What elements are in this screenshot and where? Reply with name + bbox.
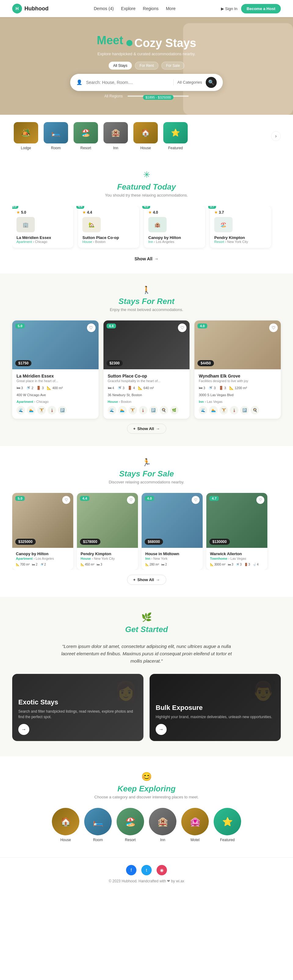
- sale-type-loc-2: House › New York City: [81, 557, 134, 560]
- rent-stat-beds-3: 🛏3: [199, 386, 205, 390]
- amenity-wifi-1[interactable]: 🌊: [16, 406, 25, 414]
- amenity-park-3[interactable]: 🅿️: [240, 406, 249, 414]
- rent-stats-2: 🛏4 🚿3 🚪4 📐640 m²: [108, 386, 186, 390]
- rent-heart-1[interactable]: ♡: [87, 323, 96, 332]
- explore-room[interactable]: 🛏️ Room: [84, 808, 112, 842]
- sale-body-3: House in Midtown Inn › New York 📐280 m² …: [142, 548, 203, 570]
- sale-badge-4: 4.7: [209, 496, 219, 501]
- nav-regions[interactable]: Regions: [143, 6, 158, 11]
- nav-demos[interactable]: Demos (4): [94, 6, 113, 11]
- sale-price-2: $178000: [80, 539, 100, 545]
- feat-rating-4: ★ 3.7: [214, 210, 267, 215]
- region-label[interactable]: All Regions: [104, 94, 123, 98]
- sale-badge-2: 4.4: [80, 496, 89, 501]
- search-input[interactable]: [86, 80, 170, 85]
- keep-exploring-icon: 😊: [12, 772, 281, 782]
- get-started-title: Get Started: [12, 625, 281, 634]
- featured-card-2[interactable]: 4.4 ★ 4.4 🏡 Sutton Place Co-op House › B…: [78, 206, 139, 248]
- category-house[interactable]: 🏠 House: [132, 122, 159, 150]
- signin-button[interactable]: ▶ Sign In: [221, 6, 237, 11]
- categories-next-button[interactable]: ›: [271, 131, 281, 141]
- gs-card-bulk-title: Bulk Exposure: [156, 704, 272, 712]
- get-started-quote: "Lorem ipsum dolor sit amet, consectetur…: [55, 643, 238, 665]
- explore-featured[interactable]: ⭐ Featured: [213, 808, 241, 842]
- featured-card-3[interactable]: 4.0 ★ 4.0 🏨 Canopy by Hilton Inn › Los A…: [144, 206, 205, 248]
- sale-heart-3[interactable]: ♡: [192, 496, 200, 504]
- feat-star-4: ★: [214, 210, 218, 215]
- feat-name-3: Canopy by Hilton: [148, 235, 201, 240]
- instagram-icon[interactable]: ◉: [156, 865, 167, 875]
- gs-exotic-arrow-button[interactable]: →: [18, 724, 29, 735]
- amenity-gym-1[interactable]: 🏋️: [37, 406, 46, 414]
- amenity-garden-2[interactable]: 🌿: [170, 406, 178, 414]
- category-resort[interactable]: 🏖️ Resort: [72, 122, 99, 150]
- become-host-button[interactable]: Become a Host: [241, 4, 281, 13]
- amenity-kitchen-2[interactable]: 🍳: [159, 406, 168, 414]
- sale-body-4: Warwick Allerton Townhome › Las Vegas 📐3…: [206, 548, 268, 570]
- twitter-icon[interactable]: t: [141, 865, 152, 875]
- featured-today-icon: ✳: [12, 170, 281, 180]
- sale-type-loc-1: Apartment › Los Angeles: [16, 557, 70, 560]
- rent-stats-3: 🛏3 🚿3 🚪3 📐1200 m²: [199, 386, 277, 390]
- rent-desc-1: Great place in the heart of...: [16, 379, 94, 383]
- amenity-pool-2[interactable]: 🏊: [118, 406, 127, 414]
- filter-for-sale[interactable]: For Sale: [161, 62, 184, 70]
- category-inn[interactable]: 🏨 Inn: [102, 122, 129, 150]
- filter-all-stays[interactable]: All Stays: [109, 62, 132, 70]
- gs-card-bulk-desc: Highlight your brand, maximize deliverab…: [156, 714, 272, 720]
- gs-person-icon: 👩: [115, 680, 137, 702]
- rent-heart-2[interactable]: ♡: [178, 323, 186, 332]
- category-room-image: 🛏️: [44, 122, 68, 143]
- stays-for-sale-section: 🏃 Stays For Sale Discover relaxing accom…: [0, 446, 293, 597]
- search-button[interactable]: 🔍: [206, 77, 217, 88]
- explore-motel[interactable]: 🏩 Motel: [181, 808, 209, 842]
- logo[interactable]: H Hubhood: [12, 4, 49, 13]
- rent-card-3-image: 4.0 ♡ $4450: [194, 320, 281, 369]
- sale-name-4: Warwick Allerton: [210, 552, 264, 556]
- amenity-spa-1[interactable]: 🌡️: [48, 406, 56, 414]
- feat-type-loc-3: Inn › Los Angeles: [148, 240, 201, 243]
- sale-card-4-image: 4.7 ♡ $130000: [206, 493, 268, 548]
- sale-heart-2[interactable]: ♡: [127, 496, 135, 504]
- category-featured[interactable]: ⭐ Featured: [162, 122, 189, 150]
- amenity-kitchen-3[interactable]: 🍳: [251, 406, 259, 414]
- amenity-gym-2[interactable]: 🏋️: [129, 406, 137, 414]
- category-room-label: Room: [51, 146, 61, 150]
- rent-heart-3[interactable]: ♡: [269, 323, 278, 332]
- sale-show-all-button[interactable]: + Show All →: [127, 575, 166, 585]
- rent-show-all-button[interactable]: + Show All →: [127, 424, 166, 434]
- amenity-gym-3[interactable]: 🏋️: [220, 406, 228, 414]
- nav-explore[interactable]: Explore: [121, 6, 135, 11]
- explore-inn-label: Inn: [160, 838, 166, 842]
- category-lodge[interactable]: 🏕️ Lodge: [12, 122, 40, 150]
- amenity-pool-1[interactable]: 🏊: [27, 406, 35, 414]
- rent-amenities-2: 🌊 🏊 🏋️ 🌡️ 🅿️ 🍳 🌿: [108, 406, 186, 414]
- price-slider-track[interactable]: $1895 - $325000: [127, 95, 189, 97]
- explore-inn[interactable]: 🏨 Inn: [149, 808, 177, 842]
- category-room[interactable]: 🛏️ Room: [42, 122, 70, 150]
- explore-house[interactable]: 🏠 House: [52, 808, 80, 842]
- amenity-park-1[interactable]: 🅿️: [58, 406, 67, 414]
- facebook-icon[interactable]: f: [126, 865, 137, 875]
- featured-card-4[interactable]: 3.7 ★ 3.7 🏖️ Pendry Kimpton Resort › New…: [210, 206, 271, 248]
- sale-stat-area-2: 📐450 m²: [81, 563, 94, 566]
- sale-card-2-image: 4.4 ♡ $178000: [77, 493, 138, 548]
- feat-type-loc-4: Resort › New York City: [214, 240, 267, 243]
- filter-for-rent[interactable]: For Rent: [135, 62, 158, 70]
- featured-card-1[interactable]: 5.0 ★ 5.0 🏢 La Méridien Essex Apartment …: [12, 206, 73, 248]
- explore-resort[interactable]: 🏖️ Resort: [116, 808, 144, 842]
- amenity-park-2[interactable]: 🅿️: [149, 406, 158, 414]
- sale-heart-4[interactable]: ♡: [256, 496, 264, 504]
- amenity-wifi-2[interactable]: 🌊: [108, 406, 116, 414]
- sale-stat-baths-1: 🚿2: [40, 563, 46, 566]
- sale-heart-1[interactable]: ♡: [62, 496, 70, 504]
- sale-stat-beds-1: 🛏2: [32, 563, 38, 566]
- gs-bulk-arrow-button[interactable]: →: [156, 724, 167, 735]
- amenity-spa-2[interactable]: 🌡️: [139, 406, 147, 414]
- amenity-spa-3[interactable]: 🌡️: [230, 406, 238, 414]
- featured-show-all[interactable]: Show All →: [12, 256, 281, 261]
- hero-title: Meet ⊕ Cozy Stays: [70, 34, 223, 50]
- amenity-wifi-3[interactable]: 🌊: [199, 406, 207, 414]
- nav-more[interactable]: More: [166, 6, 175, 11]
- amenity-pool-3[interactable]: 🏊: [209, 406, 218, 414]
